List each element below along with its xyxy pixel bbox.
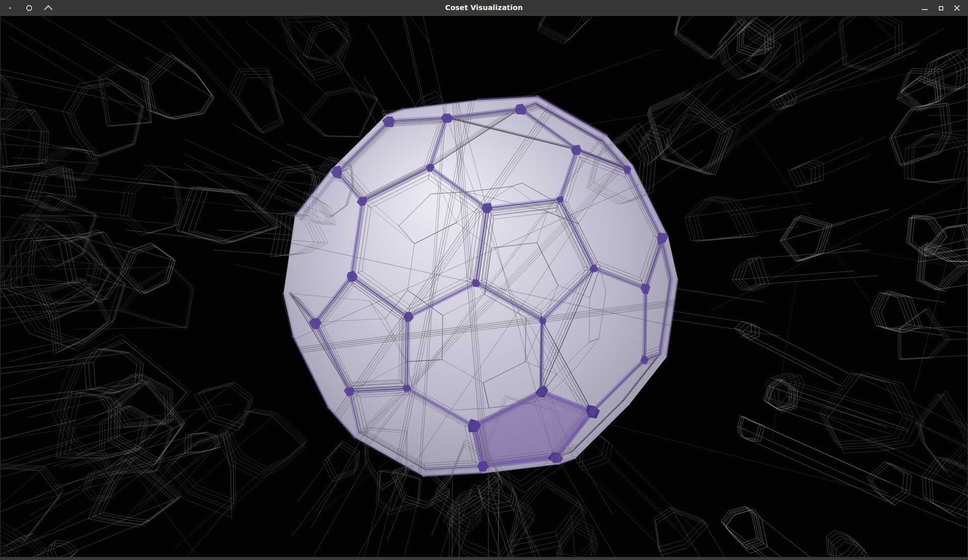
close-icon[interactable] (951, 2, 963, 14)
chevron-up-icon[interactable] (42, 2, 54, 14)
coset-3d-viewport[interactable] (0, 16, 968, 560)
window-content (0, 16, 968, 560)
app-window: Coset Visualization (0, 0, 968, 560)
window-left-border (0, 16, 1, 560)
titlebar: Coset Visualization (0, 0, 968, 16)
maximize-icon[interactable] (935, 2, 947, 14)
titlebar-left-controls (4, 0, 54, 16)
circle-icon[interactable] (23, 2, 35, 14)
window-title: Coset Visualization (0, 0, 968, 16)
minimize-icon[interactable] (919, 2, 931, 14)
titlebar-right-controls (919, 0, 963, 16)
window-bottom-border (0, 557, 968, 560)
dot-icon[interactable] (4, 2, 16, 14)
